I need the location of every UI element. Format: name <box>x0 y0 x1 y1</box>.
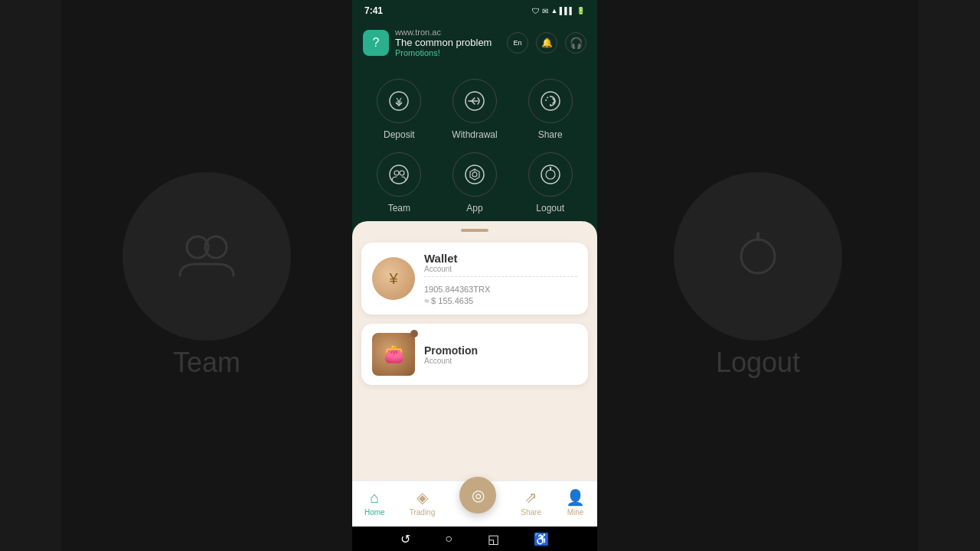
headphone-button[interactable]: 🎧 <box>565 32 586 54</box>
mine-icon: 👤 <box>566 488 585 507</box>
wallet-account-label: Account <box>424 265 577 277</box>
lang-button[interactable]: En <box>507 32 528 54</box>
sheet-handle <box>461 229 488 232</box>
team-icon-circle <box>377 152 421 197</box>
menu-item-logout[interactable]: Logout <box>518 152 582 214</box>
header-icons: En 🔔 🎧 <box>507 32 586 54</box>
header-title: The common problem <box>395 37 492 48</box>
team-icon <box>176 226 237 287</box>
recents-button[interactable]: ◱ <box>488 532 499 546</box>
sheet-spacer <box>352 391 597 481</box>
center-icon: ◎ <box>472 486 485 504</box>
message-icon: ✉ <box>542 7 548 15</box>
svg-point-17 <box>741 240 775 273</box>
deposit-icon-circle: ¥ <box>377 79 421 123</box>
promo-card[interactable]: 👛 Promotion Account <box>361 324 588 385</box>
shield-icon: 🛡 <box>532 7 540 15</box>
wallet-info: Wallet Account 1905.844363TRX ≈ $ 155.46… <box>424 252 577 305</box>
svg-point-5 <box>541 92 560 110</box>
withdrawal-icon-circle <box>452 79 497 123</box>
bell-icon: 🔔 <box>541 37 553 48</box>
bottom-sheet: ¥ Wallet Account 1905.844363TRX ≈ $ 155.… <box>352 221 597 527</box>
accessibility-button[interactable]: ♿ <box>534 532 549 546</box>
promo-account-label: Account <box>424 357 577 365</box>
share-label: Share <box>538 129 563 140</box>
svg-point-10 <box>466 165 484 184</box>
status-time: 7:41 <box>364 5 383 16</box>
svg-point-15 <box>546 170 555 179</box>
home-icon: ⌂ <box>370 489 379 507</box>
logout-icon-bg <box>674 172 842 341</box>
withdrawal-label: Withdrawal <box>452 129 497 140</box>
deposit-label: Deposit <box>384 129 415 140</box>
svg-point-8 <box>394 171 399 175</box>
share-icon-circle <box>528 79 573 123</box>
header-subtitle: Promotions! <box>395 48 492 57</box>
nav-center[interactable]: ◎ <box>459 492 496 514</box>
back-button[interactable]: ↺ <box>400 532 410 546</box>
side-panel-left: Team <box>61 0 352 551</box>
nav-home[interactable]: ⌂ Home <box>364 489 385 517</box>
menu-item-app[interactable]: App <box>443 152 507 214</box>
header: ? www.tron.ac The common problem Promoti… <box>352 21 597 64</box>
menu-item-share[interactable]: Share <box>518 79 582 140</box>
app-icon-circle <box>452 152 497 197</box>
wallet-icon: ¥ <box>372 257 415 300</box>
svg-point-12 <box>472 172 477 177</box>
app-label: App <box>466 203 482 214</box>
svg-point-9 <box>400 171 404 175</box>
side-panel-right: Logout <box>597 0 919 551</box>
promo-icon-wrapper: 👛 <box>372 333 415 376</box>
home-button[interactable]: ○ <box>445 532 452 546</box>
header-url: www.tron.ac <box>395 28 492 37</box>
signal-icon: ▲ ▌▌▌ <box>550 7 574 15</box>
promo-title: Promotion <box>424 344 577 357</box>
promo-icon: 👛 <box>372 333 415 376</box>
status-icons: 🛡 ✉ ▲ ▌▌▌ 🔋 <box>532 7 585 15</box>
menu-grid: ¥ Deposit Withdrawal <box>352 64 597 221</box>
battery-icon: 🔋 <box>577 7 585 15</box>
logout-side-icon <box>727 226 789 287</box>
trading-label: Trading <box>410 508 436 517</box>
app-icon[interactable]: ? <box>363 30 389 56</box>
home-label: Home <box>364 508 385 517</box>
wallet-usd: ≈ $ 155.4635 <box>424 296 577 305</box>
trading-icon: ◈ <box>416 488 428 507</box>
deposit-icon: ¥ <box>388 90 410 112</box>
logout-icon <box>540 164 561 185</box>
wallet-amount: 1905.844363TRX <box>424 280 577 296</box>
wallet-card[interactable]: ¥ Wallet Account 1905.844363TRX ≈ $ 155.… <box>361 243 588 315</box>
team-label: Team <box>388 203 410 214</box>
nav-trading[interactable]: ◈ Trading <box>410 488 436 517</box>
logout-label: Logout <box>536 203 564 214</box>
nav-mine[interactable]: 👤 Mine <box>566 488 585 517</box>
menu-item-deposit[interactable]: ¥ Deposit <box>368 79 431 140</box>
bottom-nav: ⌂ Home ◈ Trading ◎ ⇗ Share 👤 Mine <box>352 481 597 527</box>
share-nav-icon: ⇗ <box>524 488 537 507</box>
menu-item-withdrawal[interactable]: Withdrawal <box>443 79 507 140</box>
dot-indicator <box>410 330 418 337</box>
center-button[interactable]: ◎ <box>459 477 496 514</box>
team-icon-bg <box>122 172 291 341</box>
logout-icon-circle <box>528 152 573 197</box>
app-icon-label: ? <box>373 36 380 50</box>
app-menu-icon <box>464 164 485 185</box>
yen-coin-icon: ¥ <box>389 270 397 288</box>
side-left-label: Team <box>173 347 240 379</box>
header-url-title: www.tron.ac The common problem Promotion… <box>395 28 492 57</box>
headphone-icon: 🎧 <box>570 37 583 49</box>
header-left: ? www.tron.ac The common problem Promoti… <box>363 28 492 57</box>
android-nav: ↺ ○ ◱ ♿ <box>352 527 597 551</box>
promo-info: Promotion Account <box>424 344 577 365</box>
notification-button[interactable]: 🔔 <box>536 32 557 54</box>
team-menu-icon <box>388 164 410 185</box>
share-icon <box>540 90 561 112</box>
menu-item-team[interactable]: Team <box>368 152 431 214</box>
withdrawal-icon <box>464 90 485 112</box>
wallet-title: Wallet <box>424 252 577 265</box>
phone-container: 7:41 🛡 ✉ ▲ ▌▌▌ 🔋 ? www.tron.ac The commo… <box>352 0 597 551</box>
share-nav-label: Share <box>521 508 541 517</box>
nav-share[interactable]: ⇗ Share <box>521 488 541 517</box>
mine-label: Mine <box>567 508 584 517</box>
status-bar: 7:41 🛡 ✉ ▲ ▌▌▌ 🔋 <box>352 0 597 21</box>
